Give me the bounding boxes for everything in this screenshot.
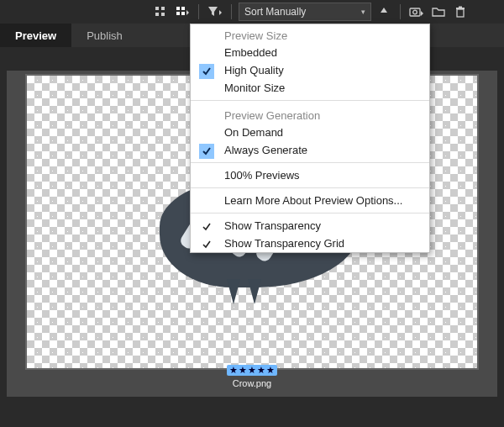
checkmark-icon: [199, 64, 214, 79]
menu-group-preview-size: Preview Size: [191, 24, 429, 44]
sort-label: Sort Manually: [244, 6, 306, 18]
file-name-label: Crow.png: [233, 378, 271, 388]
preview-options-icon[interactable]: [173, 3, 192, 21]
menu-label: Learn More About Preview Options...: [224, 194, 402, 207]
menu-label: High Quality: [224, 64, 284, 76]
svg-rect-3: [161, 13, 165, 16]
menu-item-high-quality[interactable]: High Quality: [191, 61, 429, 79]
menu-separator: [191, 100, 429, 101]
menu-item-monitor-size[interactable]: Monitor Size: [191, 79, 429, 97]
svg-rect-5: [181, 7, 185, 10]
svg-rect-12: [459, 7, 462, 8]
chevron-down-icon: ▾: [361, 8, 365, 16]
menu-group-preview-generation: Preview Generation: [191, 104, 429, 124]
menu-label: Embedded: [224, 46, 277, 59]
menu-separator: [191, 213, 429, 214]
trash-icon[interactable]: [451, 3, 470, 21]
menu-item-learn-more[interactable]: Learn More About Preview Options...: [191, 192, 429, 209]
menu-label: Show Transparency Grid: [224, 237, 344, 250]
toolbar-separator: [198, 4, 199, 19]
svg-rect-1: [161, 7, 165, 10]
sort-dropdown[interactable]: Sort Manually ▾: [239, 3, 371, 21]
star-icon: ★: [229, 366, 238, 375]
menu-label: On Demand: [224, 126, 283, 139]
svg-rect-7: [181, 12, 185, 15]
menu-separator: [191, 162, 429, 163]
checkmark-icon: [199, 219, 214, 235]
tab-publish[interactable]: Publish: [71, 24, 138, 47]
new-folder-icon[interactable]: [429, 3, 448, 21]
menu-label: 100% Previews: [224, 169, 300, 182]
svg-point-9: [413, 10, 417, 14]
menu-item-100-previews[interactable]: 100% Previews: [191, 166, 429, 184]
svg-rect-11: [456, 8, 465, 9]
menu-item-on-demand[interactable]: On Demand: [191, 124, 429, 141]
menu-separator: [191, 187, 429, 188]
camera-import-icon[interactable]: [407, 3, 426, 21]
checkmark-icon: [199, 144, 214, 159]
preview-options-menu: Preview Size Embedded High Quality Monit…: [190, 24, 430, 253]
rating-stars[interactable]: ★ ★ ★ ★ ★: [227, 365, 277, 376]
star-icon: ★: [266, 366, 275, 375]
menu-label: Always Generate: [224, 144, 307, 156]
menu-item-embedded[interactable]: Embedded: [191, 44, 429, 61]
grid-view-icon[interactable]: [151, 3, 170, 21]
svg-rect-8: [410, 8, 420, 16]
svg-rect-4: [176, 7, 180, 10]
star-icon: ★: [239, 366, 247, 375]
thumbnail-caption: ★ ★ ★ ★ ★ Crow.png: [7, 365, 497, 388]
svg-rect-0: [155, 7, 159, 10]
menu-label: Show Transparency: [224, 219, 321, 232]
sort-ascending-icon[interactable]: [375, 3, 393, 21]
star-icon: ★: [257, 366, 265, 375]
menu-item-always-generate[interactable]: Always Generate: [191, 141, 429, 159]
menu-item-show-transparency-grid[interactable]: Show Transparency Grid: [191, 235, 429, 252]
svg-rect-6: [176, 12, 180, 15]
menu-item-show-transparency[interactable]: Show Transparency: [191, 217, 429, 235]
svg-rect-10: [457, 9, 464, 17]
filter-icon[interactable]: [206, 3, 224, 21]
checkmark-icon: [199, 237, 214, 252]
menu-label: Monitor Size: [224, 82, 285, 94]
tab-preview[interactable]: Preview: [0, 24, 71, 47]
svg-rect-2: [155, 13, 159, 16]
toolbar-separator: [231, 4, 232, 19]
top-toolbar: Sort Manually ▾: [0, 0, 504, 24]
toolbar-separator: [400, 4, 401, 19]
star-icon: ★: [248, 366, 256, 375]
